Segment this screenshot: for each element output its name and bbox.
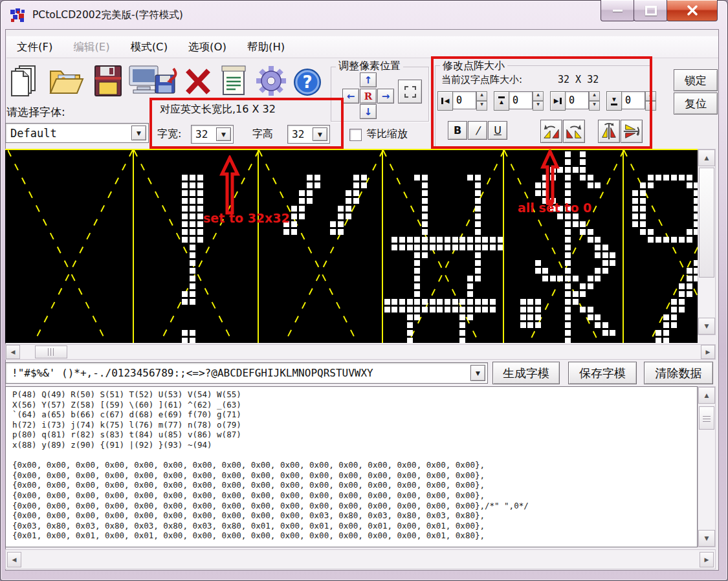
output-hscrollbar[interactable]: ◀ ▶	[5, 549, 716, 569]
arrow-down-icon: ↓	[364, 106, 373, 118]
menu-item[interactable]: 编辑(E)	[63, 37, 120, 58]
preview-hscrollbar[interactable]: ◀ ▶	[5, 344, 716, 360]
rotate-right-icon	[565, 122, 583, 140]
matrix-bottom-edge-button[interactable]: ▼	[606, 91, 622, 111]
matrix-left-spinner[interactable]: ▲▼	[476, 91, 487, 111]
flip-vertical-button[interactable]	[598, 120, 620, 143]
font-combo-arrow[interactable]: ▼	[131, 126, 146, 140]
output-text[interactable]: P(48) Q(49) R(50) S(51) T(52) U(53) V(54…	[5, 386, 698, 547]
preview-pane[interactable]	[382, 150, 504, 343]
matrix-top-value[interactable]: 0	[509, 91, 533, 109]
app-icon	[9, 7, 27, 24]
spin-down-icon[interactable]: ▼	[589, 101, 600, 111]
preview-scroll-up-button[interactable]: ▲	[698, 149, 715, 166]
matrix-right-spinner[interactable]: ▲▼	[589, 91, 600, 111]
maximize-button[interactable]	[634, 0, 668, 21]
charset-combo-arrow[interactable]: ▼	[470, 365, 485, 381]
matrix-left-edge-button[interactable]: ◀	[437, 91, 453, 111]
output-scroll-left-button[interactable]: ◀	[7, 552, 21, 567]
preview-scroll-right-button[interactable]: ▶	[701, 345, 715, 359]
matrix-left-value[interactable]: 0	[453, 91, 476, 109]
menu-item[interactable]: 文件(F)	[6, 37, 63, 58]
char-width-value: 32	[195, 128, 208, 140]
flip-horizontal-button[interactable]	[621, 120, 643, 143]
save-icon	[93, 65, 123, 97]
matrix-bottom-value[interactable]: 0	[622, 91, 645, 109]
reset-button[interactable]: 复位	[674, 93, 718, 115]
lock-button[interactable]: 锁定	[674, 69, 718, 91]
charset-combo[interactable]: !"#$%&' ()*+,-./0123456789:;<=>?@ABCDEFG…	[5, 362, 488, 384]
preview-scroll-left-button[interactable]: ◀	[6, 345, 20, 359]
reset-r-icon: R	[364, 91, 372, 102]
menu-item[interactable]: 帮助(H)	[237, 37, 295, 58]
char-width-label: 字宽:	[157, 127, 181, 141]
rotate-left-button[interactable]	[540, 120, 562, 143]
open-file-button[interactable]	[48, 63, 85, 98]
bold-button[interactable]: B	[448, 121, 467, 140]
output-scroll-up-button[interactable]: ▲	[698, 387, 715, 404]
open-file-icon	[48, 63, 85, 98]
notepad-icon	[220, 65, 247, 97]
move-down-button[interactable]: ↓	[360, 104, 377, 119]
text-view-button[interactable]	[220, 65, 247, 97]
matrix-right-value[interactable]: 0	[566, 91, 589, 109]
spin-up-icon[interactable]: ▲	[645, 91, 656, 101]
rotate-right-button[interactable]	[563, 120, 585, 143]
output-vscroll-thumb[interactable]	[699, 406, 714, 430]
preview-pane[interactable]	[503, 150, 624, 343]
minimize-button[interactable]	[601, 0, 635, 21]
preview-pane[interactable]	[8, 150, 133, 343]
char-width-combo[interactable]: 32 ▼	[191, 125, 234, 144]
spin-up-icon[interactable]: ▲	[533, 91, 544, 101]
flip-vertical-icon	[600, 122, 618, 140]
spin-down-icon[interactable]: ▼	[533, 101, 544, 111]
preview-vscrollbar[interactable]: ▲ ▼	[698, 149, 716, 335]
delete-button[interactable]	[182, 67, 214, 96]
matrix-top-edge-button[interactable]: ▲	[494, 91, 509, 111]
spin-up-icon[interactable]: ▲	[589, 91, 600, 101]
save-dotmatrix-button[interactable]: 保存字模	[568, 362, 637, 384]
move-left-button[interactable]: ←	[342, 89, 359, 104]
char-width-arrow[interactable]: ▼	[216, 127, 231, 141]
preview-vscroll-thumb[interactable]	[699, 168, 714, 278]
char-height-combo[interactable]: 32 ▼	[287, 125, 330, 144]
move-up-button[interactable]: ↑	[360, 72, 377, 87]
scale-checkbox[interactable]	[349, 129, 362, 141]
font-combo[interactable]: Default ▼	[5, 123, 149, 143]
font-combo-value: Default	[10, 127, 57, 140]
preview-pane[interactable]	[623, 150, 698, 343]
generate-button[interactable]: 生成字模	[492, 362, 560, 384]
export-button[interactable]	[128, 63, 177, 98]
close-button[interactable]	[667, 0, 718, 21]
spin-down-icon[interactable]: ▼	[645, 101, 656, 111]
matrix-right-edge-button[interactable]: ▶	[550, 91, 566, 111]
center-glyph-button[interactable]	[398, 80, 422, 104]
charset-value: !"#$%&' ()*+,-./0123456789:;<=>?@ABCDEFG…	[12, 367, 373, 379]
menu-item[interactable]: 模式(C)	[120, 37, 178, 58]
clear-data-button[interactable]: 清除数据	[644, 362, 713, 384]
menu-item[interactable]: 选项(O)	[178, 37, 237, 58]
preview-area[interactable]	[5, 149, 698, 343]
char-height-arrow[interactable]: ▼	[313, 127, 327, 141]
underline-label: U	[494, 124, 502, 137]
zero-note-label: all set to 0	[518, 201, 591, 215]
center-box-icon	[404, 86, 416, 98]
output-scroll-down-button[interactable]: ▼	[698, 530, 715, 547]
preview-hscroll-thumb[interactable]	[35, 345, 67, 358]
reset-position-button[interactable]: R	[360, 89, 377, 104]
underline-button[interactable]: U	[488, 121, 507, 140]
italic-button[interactable]: /	[468, 121, 487, 140]
matrix-top-spinner[interactable]: ▲▼	[533, 91, 544, 111]
move-right-button[interactable]: →	[377, 89, 394, 104]
preview-scroll-down-button[interactable]: ▼	[698, 318, 715, 334]
settings-button[interactable]	[254, 63, 289, 98]
spin-up-icon[interactable]: ▲	[476, 91, 487, 101]
save-button-toolbar[interactable]	[93, 65, 123, 97]
preview-pane[interactable]	[258, 150, 383, 343]
matrix-bottom-spinner[interactable]: ▲▼	[645, 91, 656, 111]
help-button[interactable]: ?	[292, 67, 322, 97]
spin-down-icon[interactable]: ▼	[476, 101, 487, 111]
output-scroll-right-button[interactable]: ▶	[700, 552, 714, 567]
output-vscrollbar[interactable]: ▲ ▼	[698, 386, 716, 547]
new-file-button[interactable]	[8, 63, 43, 98]
